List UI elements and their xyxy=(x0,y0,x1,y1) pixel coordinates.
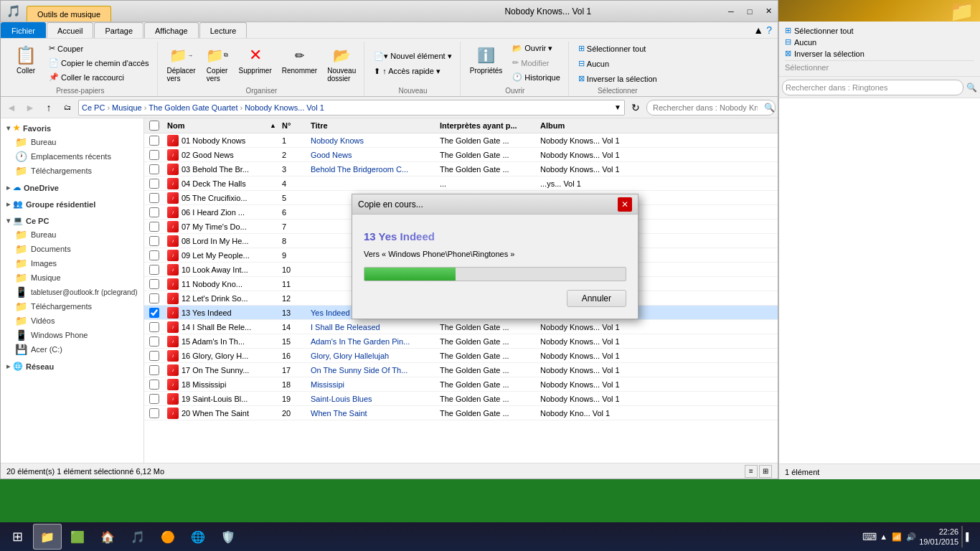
recent-button[interactable]: 🗂 xyxy=(60,100,75,116)
breadcrumb-album[interactable]: Nobody Knows... Vol 1 xyxy=(245,103,324,112)
back-button[interactable]: ◄ xyxy=(4,100,19,116)
tab-lecture[interactable]: Lecture xyxy=(199,22,248,38)
sidebar-item-telechargements[interactable]: 📁Téléchargements xyxy=(1,164,143,178)
up-button[interactable]: ↑ xyxy=(41,100,57,116)
col-header-album[interactable]: Album xyxy=(537,120,645,131)
show-desktop-icon[interactable]: ▌ xyxy=(961,526,971,547)
help-icon[interactable]: ? xyxy=(766,24,772,36)
col-header-artist[interactable]: Interprètes ayant p... xyxy=(437,120,537,131)
taskbar-chrome[interactable]: 🌐 xyxy=(184,524,212,550)
maximize-button[interactable]: □ xyxy=(740,2,759,21)
nouvel-element-button[interactable]: 📄▾Nouvel élément ▾ xyxy=(370,50,456,63)
supprimer-button[interactable]: ✕ Supprimer xyxy=(235,42,275,77)
volume-icon[interactable]: 🔊 xyxy=(906,532,916,542)
tab-affichage[interactable]: Affichage xyxy=(144,22,199,38)
row-checkbox[interactable] xyxy=(149,136,159,146)
sidebar-header-onedrive[interactable]: ▸ ☁ OneDrive xyxy=(1,181,143,194)
row-checkbox[interactable] xyxy=(149,351,159,361)
view-grid-icon[interactable]: ⊞ xyxy=(759,465,772,478)
proprietes-button[interactable]: ℹ️ Propriétés xyxy=(466,42,507,77)
taskbar-store[interactable]: 🟩 xyxy=(63,524,92,550)
row-checkbox[interactable] xyxy=(149,322,159,332)
table-row[interactable]: ♪ 01 Nobody Knows 1 Nobody Knows The Gol… xyxy=(144,133,778,148)
taskbar-spotify[interactable]: 🎵 xyxy=(123,524,152,550)
sidebar-item-videos[interactable]: 📁Vidéos xyxy=(1,314,143,328)
row-checkbox[interactable] xyxy=(149,150,159,160)
renommer-button[interactable]: ✏ Renommer xyxy=(278,42,321,77)
row-checkbox[interactable] xyxy=(149,265,159,275)
sidebar-header-favoris[interactable]: ▾ ★ Favoris xyxy=(1,121,143,135)
selectionner-tout-button[interactable]: ⊞Sélectionner tout xyxy=(575,42,650,55)
breadcrumb-cepc[interactable]: Ce PC xyxy=(82,103,105,112)
copier-vers-button[interactable]: 📁⧉ Copiervers xyxy=(202,42,232,85)
table-row[interactable]: ♪ 02 Good News 2 Good News The Golden Ga… xyxy=(144,148,778,162)
tab-accueil[interactable]: Accueil xyxy=(47,22,93,38)
sidebar-item-acer[interactable]: 💾Acer (C:) xyxy=(1,342,143,357)
row-checkbox[interactable] xyxy=(149,250,159,260)
forward-button[interactable]: ► xyxy=(22,100,38,116)
table-row[interactable]: ♪ 19 Saint-Louis Bl... 19 Saint-Louis Bl… xyxy=(144,392,778,406)
row-checkbox[interactable] xyxy=(149,193,159,203)
right-inverser[interactable]: ⊠ Inverser la sélection xyxy=(785,49,974,58)
nouveau-dossier-button[interactable]: 📂 Nouveaudossier xyxy=(324,42,359,85)
dialog-close-button[interactable]: ✕ xyxy=(618,197,632,212)
inverser-selection-button[interactable]: ⊠Inverser la sélection xyxy=(575,72,661,85)
taskbar-app3[interactable]: 🟠 xyxy=(154,524,182,550)
row-checkbox[interactable] xyxy=(149,380,159,390)
deplacer-vers-button[interactable]: 📁→ Déplacervers xyxy=(164,42,199,85)
row-checkbox[interactable] xyxy=(149,336,159,347)
col-header-titre[interactable]: Titre xyxy=(308,120,437,131)
sidebar-item-images[interactable]: 📁Images xyxy=(1,256,143,270)
close-button[interactable]: ✕ xyxy=(759,2,778,21)
network-tray-icon[interactable]: 📶 xyxy=(892,532,902,542)
table-row[interactable]: ♪ 18 Mississipi 18 Mississipi The Golden… xyxy=(144,377,778,392)
cancel-button[interactable]: Annuler xyxy=(567,290,626,307)
row-checkbox[interactable] xyxy=(149,394,159,404)
table-row[interactable]: ♪ 16 Glory, Glory H... 16 Glory, Glory H… xyxy=(144,349,778,363)
arrow-icon[interactable]: ▲ xyxy=(880,532,887,541)
start-button[interactable]: ⊞ xyxy=(3,524,32,550)
table-row[interactable]: ♪ 04 Deck The Halls 4 ... ...ys... Vol 1 xyxy=(144,176,778,191)
couper-button[interactable]: ✂Couper xyxy=(45,42,153,55)
right-selectionner-tout[interactable]: ⊞ Sélectionner tout xyxy=(785,26,974,35)
row-checkbox[interactable] xyxy=(149,279,159,289)
sidebar-item-telechargements2[interactable]: 📁Téléchargements xyxy=(1,299,143,314)
sidebar-item-bureau[interactable]: 📁Bureau xyxy=(1,135,143,149)
row-checkbox[interactable] xyxy=(149,222,159,232)
coller-raccourci-button[interactable]: 📌Coller le raccourci xyxy=(45,70,153,84)
tab-partage[interactable]: Partage xyxy=(94,22,143,38)
modifier-button[interactable]: ✏Modifier xyxy=(509,56,564,70)
table-row[interactable]: ♪ 03 Behold The Br... 3 Behold The Bridg… xyxy=(144,162,778,176)
row-checkbox[interactable] xyxy=(149,179,159,189)
sidebar-item-tablet[interactable]: 📱tabletuser@outlook.fr (pclegrand) xyxy=(1,285,143,299)
acces-rapide-button[interactable]: ⬆↑ Accès rapide ▾ xyxy=(370,65,444,78)
table-row[interactable]: ♪ 14 I Shall Be Rele... 14 I Shall Be Re… xyxy=(144,320,778,334)
taskbar-explorer[interactable]: 📁 xyxy=(33,524,62,550)
view-list-icon[interactable]: ≡ xyxy=(745,465,758,478)
row-checkbox[interactable] xyxy=(149,308,159,318)
coller-button[interactable]: 📋 Coller xyxy=(8,42,44,77)
table-row[interactable]: ♪ 20 When The Saint 20 When The Saint Th… xyxy=(144,406,778,420)
taskbar-home[interactable]: 🏠 xyxy=(93,524,122,550)
up-arrow-icon[interactable]: ▲ xyxy=(753,24,763,36)
row-checkbox[interactable] xyxy=(149,164,159,174)
row-checkbox[interactable] xyxy=(149,293,159,303)
right-search-icon[interactable]: 🔍 xyxy=(966,83,977,93)
breadcrumb-musique[interactable]: Musique xyxy=(112,103,142,112)
col-header-num[interactable]: N° xyxy=(279,120,308,131)
table-row[interactable]: ♪ 17 On The Sunny... 17 On The Sunny Sid… xyxy=(144,363,778,377)
aucun-button[interactable]: ⊟Aucun xyxy=(575,57,613,70)
ouvrir-button[interactable]: 📂Ouvrir ▾ xyxy=(509,42,564,55)
clock[interactable]: 22:26 19/01/2015 xyxy=(919,527,958,547)
sidebar-header-reseau[interactable]: ▸ 🌐 Réseau xyxy=(1,359,143,373)
sidebar-header-groupe[interactable]: ▸ 👥 Groupe résidentiel xyxy=(1,197,143,211)
row-checkbox[interactable] xyxy=(149,207,159,217)
tab-outils-musique[interactable]: Outils de musique xyxy=(27,6,111,22)
sidebar-item-windowsphone[interactable]: 📱Windows Phone xyxy=(1,328,143,342)
sidebar-item-bureau2[interactable]: 📁Bureau xyxy=(1,227,143,242)
taskbar-antivirus[interactable]: 🛡️ xyxy=(214,524,242,550)
copier-chemin-button[interactable]: 📄Copier le chemin d'accès xyxy=(45,56,153,70)
historique-button[interactable]: 🕐Historique xyxy=(509,70,564,84)
sidebar-item-emplacements[interactable]: 🕐Emplacements récents xyxy=(1,149,143,164)
row-checkbox[interactable] xyxy=(149,365,159,375)
